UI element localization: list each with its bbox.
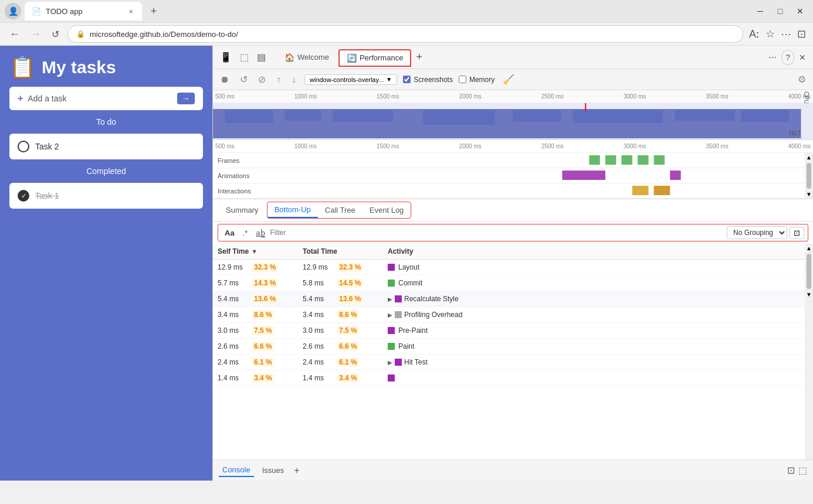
total-ms-4: 3.4 ms xyxy=(303,311,335,319)
task-item-task2[interactable]: Task 2 xyxy=(9,134,203,159)
back-btn[interactable]: ← xyxy=(7,27,22,42)
settings-btn[interactable]: ⚙ xyxy=(795,73,808,86)
sidebar-btn[interactable]: ▤ xyxy=(253,49,269,65)
activity-cell: ▶ Profiling Overhead xyxy=(388,311,800,319)
devtools-close-btn[interactable]: ✕ xyxy=(795,50,809,64)
memory-checkbox-label[interactable]: Memory xyxy=(459,76,494,84)
add-task-btn[interactable]: + Add a task → xyxy=(9,87,203,110)
device-emulation-btn[interactable]: 📱 xyxy=(216,49,235,65)
expand-arrow-3[interactable]: ▶ xyxy=(388,296,392,302)
tab-performance[interactable]: 🔄 Performance xyxy=(338,49,411,67)
activity-cell xyxy=(388,374,800,382)
self-time-cell: 3.4 ms 8.6 % xyxy=(218,310,303,319)
tab-welcome[interactable]: 🏠 Welcome xyxy=(276,49,337,66)
svg-rect-5 xyxy=(513,110,561,122)
console-action-btn-1[interactable]: ⊡ xyxy=(787,465,795,476)
tab-close-btn[interactable]: × xyxy=(127,7,135,16)
self-ms-4: 3.4 ms xyxy=(218,311,250,319)
read-aloud-btn[interactable]: Aː xyxy=(749,28,760,40)
minimize-btn[interactable]: ─ xyxy=(752,3,768,19)
browser-tab[interactable]: 📄 TODO app × xyxy=(25,2,142,21)
self-pct-7: 6.1 % xyxy=(252,357,274,367)
issues-tab[interactable]: Issues xyxy=(259,464,288,476)
table-row[interactable]: 12.9 ms 32.3 % 12.9 ms 32.3 % Layout xyxy=(213,260,805,275)
screenshots-label: Screenshots xyxy=(414,76,453,84)
table-row[interactable]: 1.4 ms 3.4 % 1.4 ms 3.4 % xyxy=(213,370,805,386)
refresh-record-btn[interactable]: ↺ xyxy=(238,73,250,86)
svg-rect-17 xyxy=(562,171,605,180)
clear-icon-btn[interactable]: 🧹 xyxy=(500,73,517,86)
todo-app-icon: 📋 xyxy=(9,55,36,80)
split-screen-btn[interactable]: ⊡ xyxy=(797,28,806,40)
minimap-area[interactable]: NET xyxy=(213,103,813,139)
refresh-btn[interactable]: ↺ xyxy=(49,28,62,41)
timeline-scroll-up[interactable]: ▲ xyxy=(805,153,813,162)
total-ms-1: 12.9 ms xyxy=(303,263,335,271)
table-scroll-up[interactable]: ▲ xyxy=(805,244,813,253)
aa-filter-btn[interactable]: Aa xyxy=(222,227,238,239)
regex-filter-btn[interactable]: .* xyxy=(240,227,251,239)
tab-call-tree[interactable]: Call Tree xyxy=(318,203,363,217)
activity-cell: Pre-Paint xyxy=(388,326,800,335)
url-box[interactable]: 🔒 microsoftedge.github.io/Demos/demo-to-… xyxy=(67,25,743,43)
svg-text:NET: NET xyxy=(790,130,801,137)
self-time-cell: 3.0 ms 7.5 % xyxy=(218,326,303,335)
table-row[interactable]: 2.6 ms 6.6 % 2.6 ms 6.6 % Paint xyxy=(213,339,805,355)
no-grouping-select[interactable]: No Grouping xyxy=(727,226,787,239)
table-row[interactable]: 3.4 ms 8.6 % 3.4 ms 8.6 % ▶ Profiling Ov… xyxy=(213,307,805,323)
browser-close-btn[interactable]: ✕ xyxy=(792,3,808,19)
screenshots-checkbox-label[interactable]: Screenshots xyxy=(403,76,453,84)
filter-input[interactable] xyxy=(270,229,724,237)
self-pct-4: 8.6 % xyxy=(252,310,274,319)
self-time-cell: 5.7 ms 14.3 % xyxy=(218,278,303,288)
total-time-cell: 2.4 ms 6.1 % xyxy=(303,357,388,367)
timeline-scroll-down[interactable]: ▼ xyxy=(805,190,813,199)
task2-checkbox[interactable] xyxy=(18,141,29,152)
profile-target-selector[interactable]: window-controls-overlay... ▼ xyxy=(304,74,397,85)
add-console-tab-btn[interactable]: + xyxy=(292,464,301,478)
table-header: Self Time ▼ Total Time Activity xyxy=(213,244,805,260)
favorites-btn[interactable]: ☆ xyxy=(765,28,775,40)
svg-rect-14 xyxy=(622,155,632,165)
upload-profile-btn[interactable]: ↑ xyxy=(274,73,283,86)
memory-checkbox[interactable] xyxy=(459,76,466,83)
timeline-scroll-thumb[interactable] xyxy=(807,163,811,189)
table-row[interactable]: 3.0 ms 7.5 % 3.0 ms 7.5 % Pre-Paint xyxy=(213,323,805,339)
expand-arrow-4[interactable]: ▶ xyxy=(388,312,392,318)
console-tab[interactable]: Console xyxy=(219,464,254,477)
ab-filter-btn[interactable]: ab̲ xyxy=(253,227,267,239)
expand-arrow-7[interactable]: ▶ xyxy=(388,359,392,366)
table-scroll-thumb[interactable] xyxy=(807,254,811,289)
tab-event-log[interactable]: Event Log xyxy=(363,203,411,217)
task1-checkbox[interactable]: ✓ xyxy=(18,190,29,202)
devtools-help-btn[interactable]: ? xyxy=(781,50,794,65)
maximize-btn[interactable]: □ xyxy=(772,3,788,19)
table-row[interactable]: 5.4 ms 13.6 % 5.4 ms 13.6 % ▶ Recalculat… xyxy=(213,291,805,307)
screenshots-checkbox[interactable] xyxy=(403,76,411,83)
activity-color-4 xyxy=(395,311,402,318)
tab-bottom-up[interactable]: Bottom-Up xyxy=(267,202,318,218)
th-total-time[interactable]: Total Time xyxy=(303,247,388,256)
th-total-time-label: Total Time xyxy=(303,247,337,256)
th-activity: Activity xyxy=(388,247,800,256)
inspect-btn[interactable]: ⬚ xyxy=(236,49,252,65)
devtools-more-btn[interactable]: ⋯ xyxy=(765,50,780,64)
table-row[interactable]: 5.7 ms 14.3 % 5.8 ms 14.5 % Commit xyxy=(213,275,805,291)
download-profile-btn[interactable]: ↓ xyxy=(289,73,299,86)
table-row[interactable]: 2.4 ms 6.1 % 2.4 ms 6.1 % ▶ Hit Test xyxy=(213,355,805,370)
activity-cell: ▶ Recalculate Style xyxy=(388,295,800,303)
url-text[interactable]: microsoftedge.github.io/Demos/demo-to-do… xyxy=(90,30,238,39)
record-btn[interactable]: ⏺ xyxy=(218,73,232,86)
add-devtools-tab-btn[interactable]: + xyxy=(412,49,426,66)
self-time-cell: 12.9 ms 32.3 % xyxy=(218,263,303,272)
more-btn[interactable]: ⋯ xyxy=(781,28,791,40)
new-tab-btn[interactable]: + xyxy=(145,3,162,19)
group-by-btn[interactable]: ⊡ xyxy=(790,227,804,239)
console-action-btn-2[interactable]: ⬚ xyxy=(798,465,807,476)
tab-performance-label: Performance xyxy=(360,53,403,62)
th-self-time[interactable]: Self Time ▼ xyxy=(218,247,303,256)
task-item-task1[interactable]: ✓ Task 1 xyxy=(9,183,203,209)
table-scroll-down[interactable]: ▼ xyxy=(805,290,813,299)
clear-record-btn[interactable]: ⊘ xyxy=(256,73,268,86)
tab-summary[interactable]: Summary xyxy=(218,202,267,218)
